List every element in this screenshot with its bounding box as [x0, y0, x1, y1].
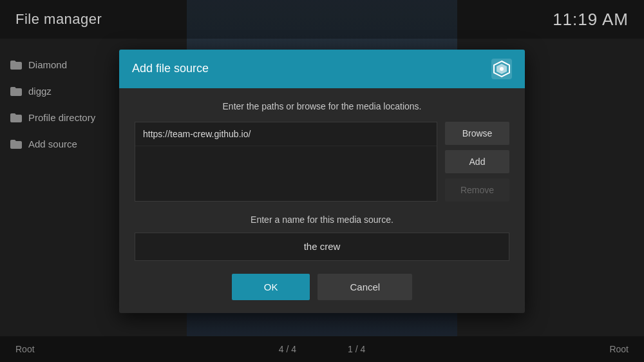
kodi-logo-icon — [491, 59, 512, 79]
browse-button[interactable]: Browse — [445, 122, 509, 145]
path-list[interactable]: https://team-crew.github.io/ — [135, 122, 437, 202]
modal-overlay: Add file source Enter the paths or brows… — [0, 0, 644, 362]
dialog-title: Add file source — [132, 62, 209, 75]
name-input-container[interactable]: the crew — [135, 233, 509, 261]
path-section: https://team-crew.github.io/ Browse Add … — [135, 122, 509, 202]
bottom-bar: Root 4 / 4 1 / 4 Root — [0, 336, 644, 362]
ok-button[interactable]: OK — [232, 274, 310, 300]
name-instruction: Enter a name for this media source. — [135, 214, 509, 225]
bottom-bar-left: Root — [15, 344, 35, 354]
bottom-bar-page-right: 1 / 4 — [348, 344, 365, 354]
name-value: the crew — [304, 241, 341, 252]
dialog-actions: OK Cancel — [135, 274, 509, 300]
add-button[interactable]: Add — [445, 150, 509, 173]
remove-button: Remove — [445, 178, 509, 202]
bottom-bar-page-left: 4 / 4 — [279, 344, 296, 354]
dialog: Add file source Enter the paths or brows… — [119, 50, 525, 313]
svg-point-3 — [500, 67, 504, 71]
dialog-instruction: Enter the paths or browse for the media … — [135, 101, 509, 111]
bottom-bar-center: 4 / 4 1 / 4 — [279, 344, 366, 354]
path-item[interactable]: https://team-crew.github.io/ — [135, 122, 437, 146]
cancel-button[interactable]: Cancel — [317, 274, 412, 300]
dialog-header: Add file source — [119, 50, 525, 88]
bottom-bar-right: Root — [609, 344, 629, 354]
path-buttons: Browse Add Remove — [445, 122, 509, 202]
dialog-body: Enter the paths or browse for the media … — [119, 88, 525, 313]
